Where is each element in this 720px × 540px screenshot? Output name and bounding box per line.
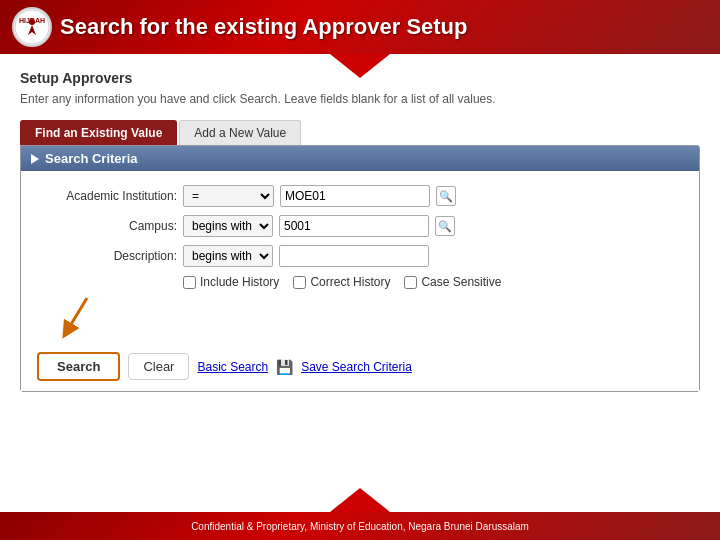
input-academic-institution[interactable] [280, 185, 430, 207]
svg-line-5 [67, 298, 87, 331]
app-footer: Confidential & Proprietary, Ministry of … [0, 512, 720, 540]
arrow-pointer-icon [57, 293, 107, 343]
label-academic-institution: Academic Institution: [37, 189, 177, 203]
footer-pointer [330, 488, 390, 512]
checkbox-case-sensitive[interactable]: Case Sensitive [404, 275, 501, 289]
main-content: Setup Approvers Enter any information yo… [0, 54, 720, 402]
operator-academic-institution[interactable]: = begins with contains [183, 185, 274, 207]
checkboxes-row: Include History Correct History Case Sen… [183, 275, 683, 289]
svg-point-3 [29, 19, 35, 25]
header-title: Search for the existing Approver Setup [60, 14, 468, 40]
logo-area: HIJRAH [12, 7, 52, 47]
label-case-sensitive: Case Sensitive [421, 275, 501, 289]
label-correct-history: Correct History [310, 275, 390, 289]
checkbox-case-sensitive-input[interactable] [404, 276, 417, 289]
lookup-academic-institution[interactable]: 🔍 [436, 186, 456, 206]
panel-header: Search Criteria [21, 146, 699, 171]
label-campus: Campus: [37, 219, 177, 233]
tabs-container: Find an Existing Value Add a New Value [20, 120, 700, 145]
checkbox-correct-history-input[interactable] [293, 276, 306, 289]
collapse-icon[interactable] [31, 154, 39, 164]
logo-icon: HIJRAH [12, 7, 52, 47]
label-description: Description: [37, 249, 177, 263]
footer-text: Confidential & Proprietary, Ministry of … [191, 521, 529, 532]
app-header: HIJRAH Search for the existing Approver … [0, 0, 720, 54]
save-icon: 💾 [276, 359, 293, 375]
tab-add-new[interactable]: Add a New Value [179, 120, 301, 145]
input-campus[interactable] [279, 215, 429, 237]
save-search-criteria-button[interactable]: Save Search Criteria [301, 360, 412, 374]
buttons-row: Search Clear Basic Search 💾 Save Search … [37, 352, 683, 381]
lookup-campus[interactable]: 🔍 [435, 216, 455, 236]
panel-body: Academic Institution: = begins with cont… [21, 171, 699, 391]
field-academic-institution: Academic Institution: = begins with cont… [37, 185, 683, 207]
basic-search-button[interactable]: Basic Search [197, 360, 268, 374]
operator-description[interactable]: begins with = contains [183, 245, 273, 267]
search-button[interactable]: Search [37, 352, 120, 381]
header-pointer [330, 54, 390, 78]
operator-campus[interactable]: begins with = contains [183, 215, 273, 237]
input-description[interactable] [279, 245, 429, 267]
checkbox-include-history-input[interactable] [183, 276, 196, 289]
tab-find-existing[interactable]: Find an Existing Value [20, 120, 177, 145]
checkbox-include-history[interactable]: Include History [183, 275, 279, 289]
label-include-history: Include History [200, 275, 279, 289]
panel-title: Search Criteria [45, 151, 138, 166]
page-description: Enter any information you have and click… [20, 92, 700, 106]
search-panel: Search Criteria Academic Institution: = … [20, 145, 700, 392]
field-campus: Campus: begins with = contains 🔍 [37, 215, 683, 237]
checkbox-correct-history[interactable]: Correct History [293, 275, 390, 289]
clear-button[interactable]: Clear [128, 353, 189, 380]
field-description: Description: begins with = contains [37, 245, 683, 267]
